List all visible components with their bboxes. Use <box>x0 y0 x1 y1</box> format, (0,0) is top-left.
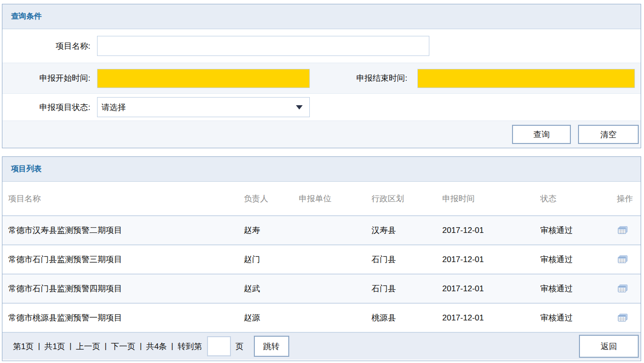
end-time-input[interactable] <box>417 69 635 88</box>
project-name-row: 项目名称: <box>2 29 641 63</box>
row-status: 审核通过 <box>540 254 617 265</box>
declare-time-row: 申报开始时间: 申报结束时间: <box>2 63 641 94</box>
project-status-select[interactable]: 请选择 <box>97 97 310 117</box>
project-name-input[interactable] <box>97 36 429 56</box>
row-person: 赵武 <box>244 283 299 294</box>
table-header-row: 项目名称 负责人 申报单位 行政区划 申报时间 状态 操作 <box>2 182 641 215</box>
query-panel-header: 查询条件 <box>2 4 641 29</box>
row-status: 审核通过 <box>540 312 617 323</box>
row-region: 石门县 <box>371 283 442 294</box>
pagination-separator: | <box>105 341 107 351</box>
pagination-goto-suffix: 页 <box>236 341 244 352</box>
row-project-name: 常德市石门县监测预警三期项目 <box>8 254 244 265</box>
row-region: 汉寿县 <box>371 225 442 236</box>
goto-page-input[interactable] <box>207 336 231 356</box>
table-row: 常德市汉寿县监测预警二期项目 赵寿 汉寿县 2017-12-01 审核通过 <box>2 215 641 244</box>
view-detail-table-icon[interactable] <box>617 254 629 264</box>
col-header-op: 操作 <box>617 193 641 204</box>
pagination-prev-page[interactable]: 上一页 <box>76 341 100 352</box>
row-region: 桃源县 <box>371 312 442 323</box>
query-panel-title: 查询条件 <box>11 11 42 22</box>
project-name-label: 项目名称: <box>2 41 96 52</box>
col-header-status: 状态 <box>540 193 617 204</box>
col-header-unit: 申报单位 <box>299 193 371 204</box>
pagination-bar: 第1页 | 共1页 | 上一页 | 下一页 | 共4条 | 转到第 页 跳转 返… <box>2 332 641 360</box>
row-person: 赵寿 <box>244 225 299 236</box>
row-time: 2017-12-01 <box>442 255 540 264</box>
pagination-total-pages: 共1页 <box>44 341 65 352</box>
clear-button[interactable]: 清空 <box>578 125 639 144</box>
project-status-row: 申报项目状态: 请选择 <box>2 94 641 121</box>
project-list-panel: 项目列表 项目名称 负责人 申报单位 行政区划 申报时间 状态 操作 常德市汉寿… <box>2 156 641 361</box>
list-panel-title: 项目列表 <box>11 164 42 174</box>
end-time-label: 申报结束时间: <box>310 73 413 84</box>
col-header-time: 申报时间 <box>442 193 540 204</box>
view-detail-table-icon[interactable] <box>617 284 629 294</box>
list-panel-header: 项目列表 <box>2 157 641 182</box>
row-project-name: 常德市石门县监测预警四期项目 <box>8 283 244 294</box>
pagination-separator: | <box>69 341 71 351</box>
pagination-separator: | <box>171 341 173 351</box>
row-person: 赵门 <box>244 254 299 265</box>
pagination-total-items: 共4条 <box>146 341 167 352</box>
chevron-down-icon <box>296 105 303 110</box>
row-project-name: 常德市桃源县监测预警一期项目 <box>8 312 244 323</box>
row-person: 赵源 <box>244 312 299 323</box>
back-button[interactable]: 返回 <box>579 335 639 358</box>
project-status-selected-value: 请选择 <box>101 102 126 113</box>
pagination-next-page[interactable]: 下一页 <box>111 341 135 352</box>
table-row: 常德市石门县监测预警四期项目 赵武 石门县 2017-12-01 审核通过 <box>2 274 641 303</box>
pagination-separator: | <box>140 341 142 351</box>
jump-button[interactable]: 跳转 <box>254 336 289 357</box>
row-time: 2017-12-01 <box>442 284 540 294</box>
search-button[interactable]: 查询 <box>512 125 571 144</box>
pagination-goto-prefix: 转到第 <box>178 341 202 352</box>
table-row: 常德市桃源县监测预警一期项目 赵源 桃源县 2017-12-01 审核通过 <box>2 303 641 332</box>
row-region: 石门县 <box>371 254 442 265</box>
query-conditions-panel: 查询条件 项目名称: 申报开始时间: 申报结束时间: 申报项目状态: 请选择 查… <box>2 4 641 148</box>
view-detail-table-icon[interactable] <box>617 225 629 235</box>
start-time-label: 申报开始时间: <box>2 73 96 84</box>
col-header-name: 项目名称 <box>8 193 244 204</box>
row-time: 2017-12-01 <box>442 313 540 323</box>
start-time-input[interactable] <box>97 69 310 88</box>
row-time: 2017-12-01 <box>442 226 540 235</box>
table-row: 常德市石门县监测预警三期项目 赵门 石门县 2017-12-01 审核通过 <box>2 244 641 274</box>
project-status-label: 申报项目状态: <box>2 102 96 113</box>
query-actions-row: 查询 清空 <box>2 121 641 148</box>
row-project-name: 常德市汉寿县监测预警二期项目 <box>8 225 244 236</box>
row-status: 审核通过 <box>540 225 617 236</box>
row-status: 审核通过 <box>540 283 617 294</box>
pagination-current-page: 第1页 <box>13 341 33 352</box>
col-header-region: 行政区划 <box>371 193 442 204</box>
view-detail-table-icon[interactable] <box>617 313 629 323</box>
pagination-separator: | <box>38 341 40 351</box>
col-header-person: 负责人 <box>244 193 299 204</box>
